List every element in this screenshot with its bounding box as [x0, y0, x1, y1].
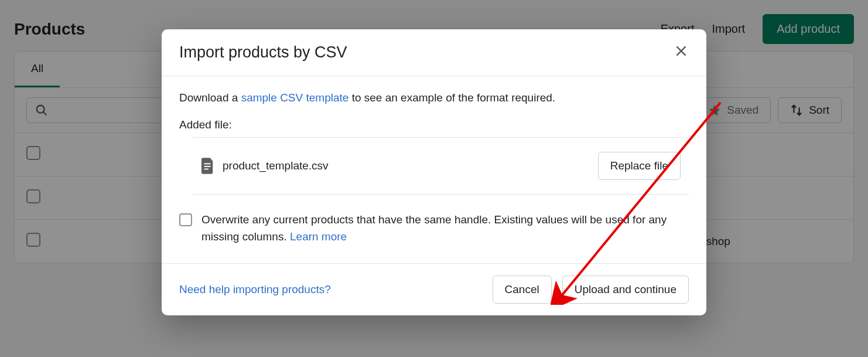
upload-continue-button[interactable]: Upload and continue — [562, 276, 689, 304]
file-row: product_template.csv Replace file — [193, 138, 689, 194]
modal-overlay: Import products by CSV Download a sample… — [0, 0, 868, 357]
overwrite-option[interactable]: Overwrite any current products that have… — [179, 211, 689, 246]
learn-more-link[interactable]: Learn more — [290, 230, 347, 243]
svg-rect-4 — [204, 163, 211, 164]
replace-file-button[interactable]: Replace file — [598, 152, 681, 180]
modal-title: Import products by CSV — [179, 43, 347, 62]
sample-csv-link[interactable]: sample CSV template — [241, 91, 349, 104]
close-icon — [674, 43, 689, 59]
help-link[interactable]: Need help importing products? — [179, 283, 331, 296]
close-button[interactable] — [674, 43, 689, 62]
file-box: product_template.csv Replace file — [193, 137, 689, 195]
overwrite-checkbox[interactable] — [179, 213, 192, 226]
file-icon — [201, 158, 214, 174]
overwrite-text: Overwrite any current products that have… — [201, 213, 667, 243]
svg-rect-5 — [204, 166, 211, 167]
svg-rect-6 — [204, 169, 209, 170]
cancel-button[interactable]: Cancel — [493, 276, 552, 304]
added-file-label: Added file: — [179, 118, 689, 131]
import-csv-modal: Import products by CSV Download a sample… — [162, 29, 706, 315]
file-name: product_template.csv — [223, 159, 329, 172]
modal-description: Download a sample CSV template to see an… — [179, 91, 689, 104]
